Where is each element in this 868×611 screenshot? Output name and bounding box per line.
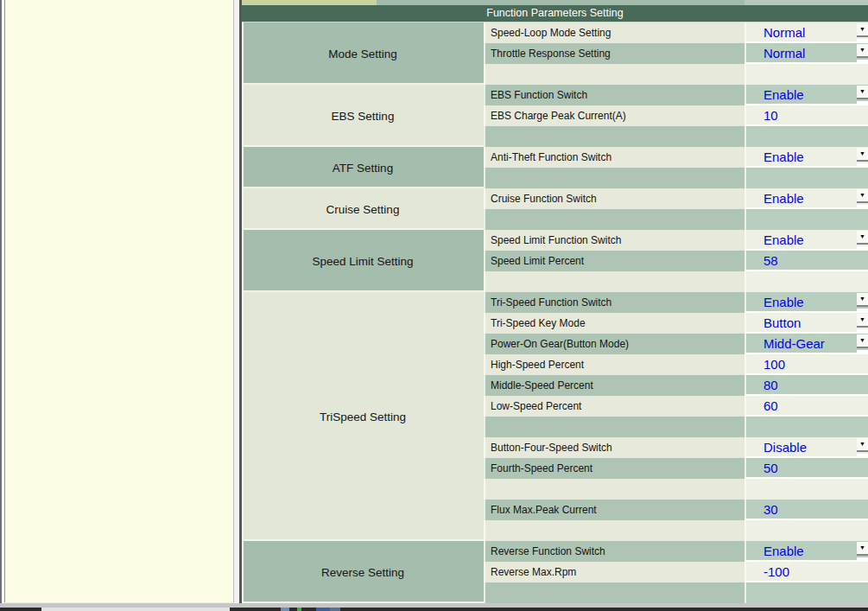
spacer-row [484,582,744,603]
value-text: Enable [763,544,804,558]
category-reverse-setting: Reverse Setting [242,541,484,603]
spacer-value-cell [744,520,868,541]
taskbar-light-segment [41,608,230,611]
category-ebs-setting: EBS Setting [242,85,484,147]
spacer-value-cell [744,417,868,437]
value-input-middle-speed-percent[interactable]: 80 [744,375,868,396]
dropdown-arrow-icon[interactable]: ▼ [857,148,868,162]
spacer-row [484,271,744,292]
param-label-fourth-speed-percent: Fourth-Speed Percent [484,458,744,479]
value-text: 30 [763,502,778,517]
category-atf-setting: ATF Setting [242,147,484,188]
value-text: Normal [763,25,805,40]
value-combobox-anti-theft-function-switch[interactable]: Enable▼ [744,147,868,168]
parameter-rows: Mode SettingSpeed-Loop Mode SettingNorma… [242,0,868,603]
spacer-value-cell [744,582,868,603]
value-text: 100 [763,357,785,372]
value-input-speed-limit-percent[interactable]: 58 [744,251,868,271]
category-label: EBS Setting [332,110,395,123]
param-label-power-on-gear-button-mode: Power-On Gear(Button Mode) [484,334,744,354]
taskbar-icon [281,608,289,611]
category-label: Speed Limit Setting [312,255,413,268]
value-input-fourth-speed-percent[interactable]: 50 [744,458,868,479]
param-label-speed-limit-percent: Speed Limit Percent [484,251,744,271]
taskbar-icon [316,608,330,611]
spacer-row [484,126,744,147]
value-combobox-tri-speed-key-mode[interactable]: Button▼ [744,313,868,334]
category-trispeed-setting: TriSpeed Setting [242,292,484,541]
param-label-cruise-function-switch: Cruise Function Switch [484,188,744,209]
value-text: Enable [763,191,804,206]
dropdown-arrow-icon[interactable]: ▼ [857,86,868,99]
param-label-middle-speed-percent: Middle-Speed Percent [484,375,744,396]
spacer-value-cell [744,168,868,188]
taskbar-icon [330,608,340,611]
param-label-reverse-function-switch: Reverse Function Switch [484,541,744,562]
category-label: Reverse Setting [321,566,404,579]
spacer-row [484,479,744,500]
value-text: Normal [763,46,805,60]
spacer-row [484,64,744,85]
bottom-taskbar-sliver [0,608,868,611]
category-label: Cruise Setting [326,203,400,216]
param-label-tri-speed-key-mode: Tri-Speed Key Mode [484,313,744,334]
dropdown-arrow-icon[interactable]: ▼ [857,189,868,203]
dropdown-arrow-icon[interactable]: ▼ [857,334,868,348]
param-label-ebs-function-switch: EBS Function Switch [484,85,744,105]
category-label: TriSpeed Setting [320,411,406,423]
value-combobox-speed-loop-mode-setting[interactable]: Normal▼ [744,22,868,43]
dropdown-arrow-icon[interactable]: ▼ [857,44,868,58]
dropdown-arrow-icon[interactable]: ▼ [857,542,868,556]
spacer-value-cell [744,209,868,230]
category-cruise-setting: Cruise Setting [242,188,484,230]
value-text: Enable [763,150,804,164]
spacer-row [484,417,744,437]
spacer-row [484,209,744,230]
value-text: Enable [763,295,804,309]
dropdown-arrow-icon[interactable]: ▼ [857,23,868,37]
side-info-panel [4,0,234,602]
category-label: Mode Setting [328,48,397,60]
value-text: 80 [763,378,778,392]
param-label-speed-loop-mode-setting: Speed-Loop Mode Setting [484,22,744,43]
category-label: ATF Setting [333,162,393,175]
value-input-high-speed-percent[interactable]: 100 [744,354,868,375]
param-label-reverse-max-rpm: Reverse Max.Rpm [484,562,744,582]
value-input-ebs-charge-peak-current-a[interactable]: 10 [744,105,868,126]
value-text: Enable [763,232,804,247]
value-combobox-power-on-gear-button-mode[interactable]: Midd-Gear▼ [744,334,868,354]
value-combobox-tri-speed-function-switch[interactable]: Enable▼ [744,292,868,313]
value-text: 10 [763,108,778,123]
value-combobox-throttle-response-setting[interactable]: Normal▼ [744,43,868,64]
value-input-low-speed-percent[interactable]: 60 [744,396,868,417]
value-combobox-cruise-function-switch[interactable]: Enable▼ [744,188,868,209]
spacer-value-cell [744,271,868,292]
value-text: 50 [763,461,778,475]
param-label-anti-theft-function-switch: Anti-Theft Function Switch [484,147,744,168]
value-combobox-button-four-speed-switch[interactable]: Disable▼ [744,437,868,458]
spacer-value-cell [744,126,868,147]
value-text: 60 [763,398,778,413]
param-label-flux-max-peak-current: Flux Max.Peak Current [484,500,744,520]
value-text: Disable [763,440,807,455]
dropdown-arrow-icon[interactable]: ▼ [857,438,868,452]
value-text: Button [763,315,801,330]
value-text: 58 [763,253,778,268]
param-label-low-speed-percent: Low-Speed Percent [484,396,744,417]
value-text: -100 [763,564,789,579]
taskbar-icon [297,608,301,611]
value-combobox-reverse-function-switch[interactable]: Enable▼ [744,541,868,562]
param-label-high-speed-percent: High-Speed Percent [484,354,744,375]
spacer-row [484,520,744,541]
dropdown-arrow-icon[interactable]: ▼ [857,293,868,307]
value-input-flux-max-peak-current[interactable]: 30 [744,500,868,520]
dropdown-arrow-icon[interactable]: ▼ [857,231,868,245]
param-label-throttle-response-setting: Throttle Response Setting [484,43,744,64]
param-label-speed-limit-function-switch: Speed Limit Function Switch [484,230,744,251]
value-text: Enable [763,87,804,102]
app-window: Function Parameters Setting Mode Setting… [0,0,868,611]
value-input-reverse-max-rpm[interactable]: -100 [744,562,868,582]
dropdown-arrow-icon[interactable]: ▼ [857,314,868,328]
value-combobox-ebs-function-switch[interactable]: Enable▼ [744,85,868,105]
value-combobox-speed-limit-function-switch[interactable]: Enable▼ [744,230,868,251]
